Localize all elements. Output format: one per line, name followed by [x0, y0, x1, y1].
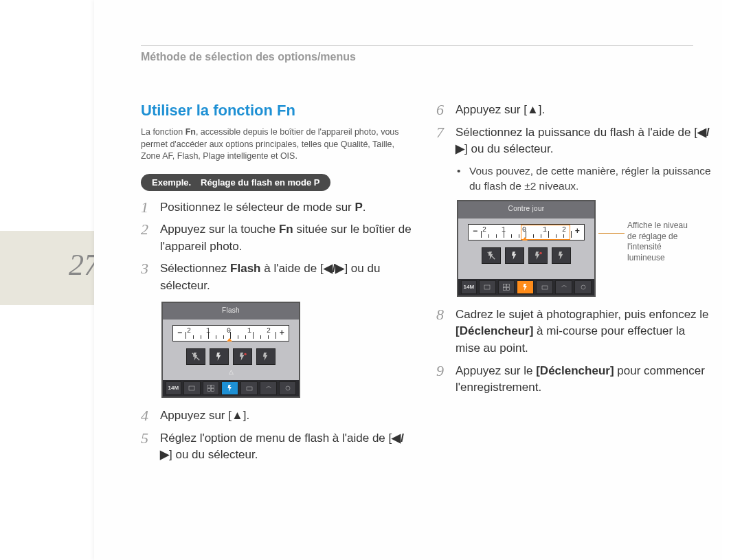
step-num: 5 [141, 430, 160, 464]
flash-mode-slow-icon[interactable] [552, 247, 571, 264]
section-title: Utiliser la fonction Fn [141, 102, 416, 120]
step-9: 9 Appuyez sur le [Déclencheur] pour comm… [436, 363, 711, 396]
flash-mode-slow-icon[interactable] [256, 348, 276, 365]
step-num: 9 [436, 363, 456, 396]
t: Sélectionnez [160, 262, 230, 275]
minus-icon: − [473, 226, 477, 238]
intro-text: La fonction Fn, accessible depuis le boî… [141, 126, 416, 163]
intro-bold: Fn [186, 127, 196, 137]
footer-flash-icon[interactable] [517, 280, 534, 294]
t: [Déclencheur] [456, 324, 533, 337]
step-2: 2 Appuyez sur la touche Fn située sur le… [141, 221, 416, 255]
lcd-footer: 14M [458, 279, 594, 295]
lcd-title: Flash [163, 303, 299, 320]
ev-bar: − 2 1 0 1 2 + [172, 325, 289, 341]
footer-ois-icon[interactable] [555, 280, 572, 294]
t: Appuyez sur la touche [160, 223, 279, 236]
step-num: 7 [436, 124, 456, 158]
svg-rect-12 [503, 284, 506, 287]
flash-mode-redeye-icon[interactable] [528, 247, 548, 264]
steps-left: 1 Positionnez le sélecteur de mode sur P… [141, 199, 416, 464]
step-6: 6 Appuyez sur [▲]. [436, 102, 711, 119]
step-7: 7 Sélectionnez la puissance du flash à l… [436, 124, 711, 158]
step-8: 8 Cadrez le sujet à photographier, puis … [436, 306, 711, 357]
t: Flash [230, 262, 260, 275]
left-column: Utiliser la fonction Fn La fonction Fn, … [141, 102, 416, 469]
t: . [363, 201, 366, 214]
step-body: Sélectionnez Flash à l'aide de [◀/▶] ou … [160, 260, 416, 294]
lcd: Flash − 2 1 0 1 2 [161, 302, 300, 399]
lcd-screenshot-2: Contre jour − 2 1 0 1 2 [457, 200, 711, 297]
right-column: 6 Appuyez sur [▲]. 7 Sélectionnez la pui… [436, 102, 711, 469]
svg-point-10 [539, 252, 542, 255]
footer-quality-icon[interactable] [479, 280, 496, 294]
t: Appuyez sur [ [456, 103, 527, 116]
flash-mode-off-icon[interactable] [482, 247, 501, 264]
annotation-leader-line [598, 233, 625, 234]
step-num: 8 [436, 306, 456, 357]
t: Cadrez le sujet à photographier, puis en… [456, 308, 709, 321]
lcd-screenshot-1: Flash − 2 1 0 1 2 [161, 302, 416, 399]
lcd-footer: 14M [163, 380, 299, 396]
footer-size[interactable]: 14M [461, 280, 477, 294]
svg-rect-14 [503, 287, 506, 290]
lcd: Contre jour − 2 1 0 1 2 [457, 200, 596, 297]
footer-size[interactable]: 14M [166, 381, 181, 395]
footer-range-icon[interactable] [240, 381, 258, 395]
bullet-icon: • [457, 164, 469, 193]
plus-icon: + [280, 328, 284, 339]
svg-rect-7 [247, 387, 252, 390]
t: ]. [243, 409, 249, 422]
content: Utiliser la fonction Fn La fonction Fn, … [141, 102, 711, 469]
example-label: Réglage du flash en mode P [201, 177, 319, 188]
up-triangle-icon: △ [172, 368, 289, 373]
footer-extra-icon[interactable] [574, 280, 592, 294]
svg-rect-16 [542, 286, 548, 289]
footer-ois-icon[interactable] [260, 381, 277, 395]
svg-rect-4 [211, 385, 214, 388]
footer-range-icon[interactable] [536, 280, 553, 294]
footer-flash-icon[interactable] [221, 381, 238, 395]
flash-mode-row [468, 247, 585, 264]
footer-extra-icon[interactable] [279, 381, 296, 395]
t: ]. [539, 103, 545, 116]
ev-pointer-icon [227, 338, 232, 341]
t: Appuyez sur [ [160, 409, 232, 422]
flash-mode-off-icon[interactable] [186, 348, 205, 365]
footer-quality-icon[interactable] [183, 381, 201, 395]
step-body: Appuyez sur [▲]. [160, 407, 416, 425]
svg-rect-15 [506, 287, 509, 290]
step-num: 6 [436, 102, 456, 119]
step-num: 4 [141, 407, 160, 425]
bullet-text: Vous pouvez, de cette manière, régler la… [469, 164, 711, 193]
t: Sélectionnez la puissance du flash à l'a… [456, 126, 697, 139]
flash-mode-on-icon[interactable] [210, 348, 229, 365]
step-body: Sélectionnez la puissance du flash à l'a… [456, 124, 711, 158]
flash-mode-row [172, 348, 289, 365]
up-triangle-icon [468, 267, 585, 272]
step-4: 4 Appuyez sur [▲]. [141, 407, 416, 425]
flash-mode-redeye-icon[interactable] [233, 348, 252, 365]
arrow-up-icon: ▲ [527, 103, 539, 116]
t: ] ou du sélecteur. [464, 142, 553, 155]
flash-mode-on-icon[interactable] [505, 247, 524, 264]
t: Réglez l'option de menu de flash à l'aid… [160, 432, 392, 445]
step-1: 1 Positionnez le sélecteur de mode sur P… [141, 199, 416, 216]
t: ] ou du sélecteur. [169, 448, 258, 461]
t: à l'aide de [ [260, 262, 323, 275]
step-5: 5 Réglez l'option de menu de flash à l'a… [141, 430, 416, 464]
t: P [355, 201, 363, 214]
ev-bar: − 2 1 0 1 2 + [468, 224, 585, 240]
header-rule [141, 45, 693, 46]
svg-point-17 [581, 285, 585, 289]
footer-af-icon[interactable] [203, 381, 220, 395]
svg-rect-5 [207, 389, 210, 392]
lcd-mid: − 2 1 0 1 2 + [163, 320, 299, 380]
svg-rect-2 [189, 386, 194, 390]
svg-rect-3 [207, 385, 210, 388]
minus-icon: − [177, 328, 182, 339]
t: Appuyez sur le [456, 364, 536, 377]
step-body: Appuyez sur [▲]. [456, 102, 711, 119]
footer-af-icon[interactable] [498, 280, 515, 294]
svg-point-1 [244, 353, 247, 356]
